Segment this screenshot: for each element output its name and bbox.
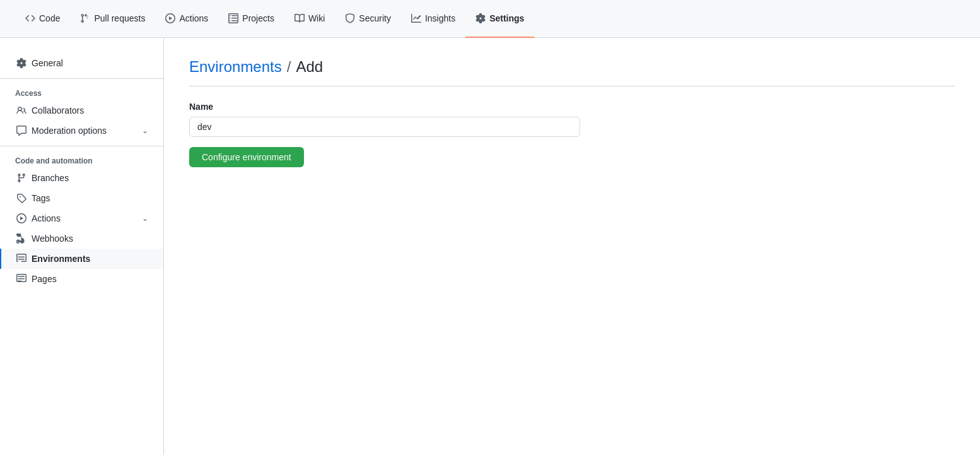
- sidebar-item-general[interactable]: General: [0, 53, 163, 73]
- nav-security[interactable]: Security: [335, 0, 401, 38]
- pages-icon: [16, 274, 26, 284]
- pull-request-icon: [80, 13, 90, 23]
- sidebar-divider-1: [0, 78, 163, 79]
- webhooks-icon: [16, 233, 26, 244]
- nav-actions[interactable]: Actions: [155, 0, 218, 38]
- page-header: Environments / Add: [189, 58, 955, 86]
- sidebar-general-label: General: [32, 58, 63, 68]
- moderation-icon: [16, 126, 26, 136]
- environments-icon: [16, 254, 26, 264]
- nav-settings-label: Settings: [489, 13, 524, 23]
- breadcrumb-link[interactable]: Environments: [189, 58, 282, 76]
- sidebar-divider-2: [0, 146, 163, 146]
- wiki-icon: [295, 13, 305, 23]
- sidebar-moderation-label: Moderation options: [32, 126, 107, 136]
- sidebar-actions-row: Actions ⌄: [16, 213, 148, 223]
- branches-icon: [16, 173, 26, 183]
- sidebar-moderation-row: Moderation options ⌄: [16, 126, 148, 136]
- breadcrumb-current: Add: [296, 58, 323, 76]
- actions-icon: [165, 13, 175, 23]
- nav-security-label: Security: [359, 13, 391, 23]
- nav-pull-requests[interactable]: Pull requests: [70, 0, 155, 38]
- sidebar-item-moderation[interactable]: Moderation options ⌄: [0, 121, 163, 141]
- sidebar-branches-label: Branches: [32, 173, 69, 183]
- nav-settings[interactable]: Settings: [465, 0, 534, 38]
- nav-code[interactable]: Code: [15, 0, 70, 38]
- sidebar-actions-label: Actions: [32, 213, 61, 223]
- sidebar-item-branches[interactable]: Branches: [0, 168, 163, 188]
- sidebar-item-collaborators[interactable]: Collaborators: [0, 100, 163, 121]
- nav-projects-label: Projects: [242, 13, 274, 23]
- sidebar-section-access: Access: [0, 84, 163, 100]
- main-layout: General Access Collaborators Moderation …: [0, 38, 980, 455]
- sidebar-pages-label: Pages: [32, 274, 57, 284]
- sidebar-tags-label: Tags: [32, 193, 50, 203]
- sidebar-environments-label: Environments: [32, 254, 90, 264]
- top-nav: Code Pull requests Actions Projects Wiki…: [0, 0, 980, 38]
- insights-icon: [411, 13, 421, 23]
- settings-icon: [475, 13, 486, 23]
- name-form-group: Name: [189, 102, 955, 137]
- main-content: Environments / Add Name Configure enviro…: [164, 38, 980, 455]
- actions-chevron-icon: ⌄: [142, 214, 148, 223]
- sidebar-actions-left: Actions: [16, 213, 61, 223]
- sidebar-item-pages[interactable]: Pages: [0, 269, 163, 289]
- sidebar: General Access Collaborators Moderation …: [0, 38, 164, 455]
- configure-environment-button[interactable]: Configure environment: [189, 147, 304, 167]
- nav-actions-label: Actions: [179, 13, 208, 23]
- nav-pull-requests-label: Pull requests: [94, 13, 145, 23]
- code-icon: [25, 13, 35, 23]
- name-label: Name: [189, 102, 955, 112]
- sidebar-item-tags[interactable]: Tags: [0, 188, 163, 208]
- name-input[interactable]: [189, 117, 580, 137]
- sidebar-moderation-left: Moderation options: [16, 126, 107, 136]
- general-icon: [16, 58, 26, 68]
- actions-sidebar-icon: [16, 213, 26, 223]
- tags-icon: [16, 193, 26, 203]
- nav-code-label: Code: [39, 13, 60, 23]
- nav-wiki[interactable]: Wiki: [284, 0, 335, 38]
- nav-insights[interactable]: Insights: [401, 0, 465, 38]
- sidebar-item-actions[interactable]: Actions ⌄: [0, 208, 163, 228]
- sidebar-item-environments[interactable]: Environments: [0, 249, 163, 269]
- projects-icon: [228, 13, 238, 23]
- nav-wiki-label: Wiki: [308, 13, 325, 23]
- sidebar-section-code: Code and automation: [0, 151, 163, 168]
- breadcrumb-separator: /: [287, 58, 291, 76]
- collaborators-icon: [16, 105, 26, 115]
- security-icon: [345, 13, 355, 23]
- nav-projects[interactable]: Projects: [218, 0, 284, 38]
- moderation-chevron-icon: ⌄: [142, 126, 148, 135]
- sidebar-collaborators-label: Collaborators: [32, 105, 84, 115]
- sidebar-webhooks-label: Webhooks: [32, 233, 73, 244]
- sidebar-item-webhooks[interactable]: Webhooks: [0, 228, 163, 249]
- nav-insights-label: Insights: [425, 13, 455, 23]
